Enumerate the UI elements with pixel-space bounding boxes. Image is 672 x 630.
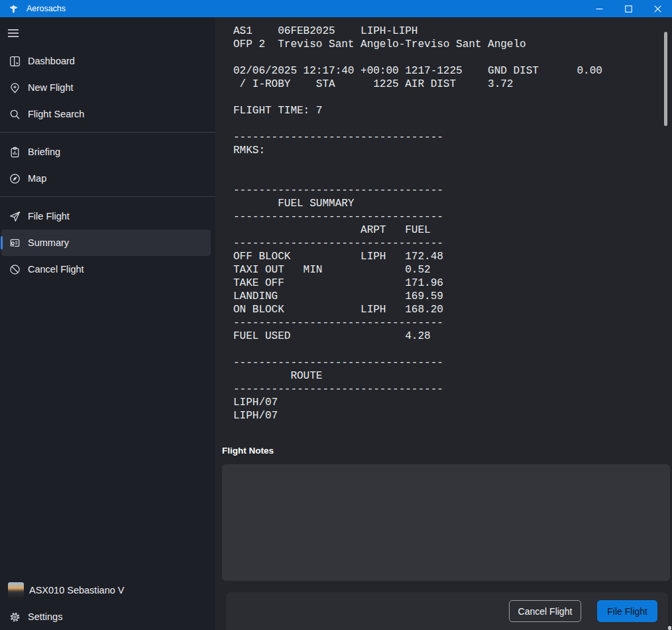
user-name: ASX010 Sebastiano V <box>29 585 125 596</box>
close-button[interactable] <box>643 0 672 17</box>
user-avatar <box>8 582 24 598</box>
maximize-button[interactable] <box>614 0 643 17</box>
sidebar: Dashboard New Flight <box>0 17 215 630</box>
sidebar-item-file-flight[interactable]: File Flight <box>1 203 211 229</box>
cancel-flight-button[interactable]: Cancel Flight <box>509 600 582 622</box>
flight-notes-input[interactable] <box>222 464 670 581</box>
vertical-scrollbar-thumb[interactable] <box>664 32 667 126</box>
dashboard-icon <box>9 56 21 67</box>
cancel-flight-icon <box>9 264 21 275</box>
sidebar-divider <box>0 132 215 133</box>
sidebar-item-label: Cancel Flight <box>28 264 84 275</box>
sidebar-item-label: Flight Search <box>28 109 84 119</box>
sidebar-item-dashboard[interactable]: Dashboard <box>1 48 211 74</box>
action-bar: Cancel Flight File Flight <box>226 592 668 630</box>
sidebar-item-briefing[interactable]: Briefing <box>1 139 211 165</box>
ofp-text: AS1 06FEB2025 LIPH-LIPH OFP 2 Treviso Sa… <box>233 25 602 422</box>
file-flight-send-icon <box>9 211 21 222</box>
sidebar-item-label: File Flight <box>28 211 70 221</box>
hamburger-menu-button[interactable] <box>4 24 23 42</box>
sidebar-item-label: Briefing <box>28 147 60 157</box>
sidebar-item-new-flight[interactable]: New Flight <box>1 74 211 101</box>
hamburger-icon <box>7 29 19 38</box>
sidebar-item-flight-search[interactable]: Flight Search <box>1 101 211 127</box>
new-flight-pin-icon <box>9 82 21 94</box>
titlebar: Aerosachs <box>0 0 672 17</box>
user-profile[interactable]: ASX010 Sebastiano V <box>1 577 211 603</box>
sidebar-item-map[interactable]: Map <box>1 165 211 192</box>
sidebar-item-label: Map <box>28 173 46 184</box>
summary-panel: AS1 06FEB2025 LIPH-LIPH OFP 2 Treviso Sa… <box>215 17 672 630</box>
search-icon <box>9 109 21 120</box>
sidebar-item-label: Summary <box>28 237 69 248</box>
flight-notes-label: Flight Notes <box>222 446 274 456</box>
window-title: Aerosachs <box>27 4 66 13</box>
sidebar-item-label: New Flight <box>28 82 74 93</box>
minimize-button[interactable] <box>585 0 614 17</box>
app-window: Aerosachs <box>0 0 672 630</box>
sidebar-spacer <box>0 283 215 577</box>
sidebar-divider <box>0 196 215 197</box>
app-logo-icon <box>9 4 19 14</box>
sidebar-item-label: Dashboard <box>28 56 75 66</box>
page-scrollbar-fragment[interactable] <box>668 626 671 630</box>
sidebar-item-summary[interactable]: Summary <box>1 229 211 256</box>
gear-icon <box>9 611 21 623</box>
sidebar-item-cancel-flight[interactable]: Cancel Flight <box>1 256 211 283</box>
file-flight-button[interactable]: File Flight <box>597 600 657 622</box>
sidebar-item-settings[interactable]: Settings <box>1 603 211 630</box>
summary-report-icon <box>9 237 21 249</box>
briefing-clipboard-icon <box>9 147 21 158</box>
sidebar-item-label: Settings <box>28 611 62 622</box>
map-compass-icon <box>9 173 21 184</box>
caption-buttons <box>585 0 672 17</box>
